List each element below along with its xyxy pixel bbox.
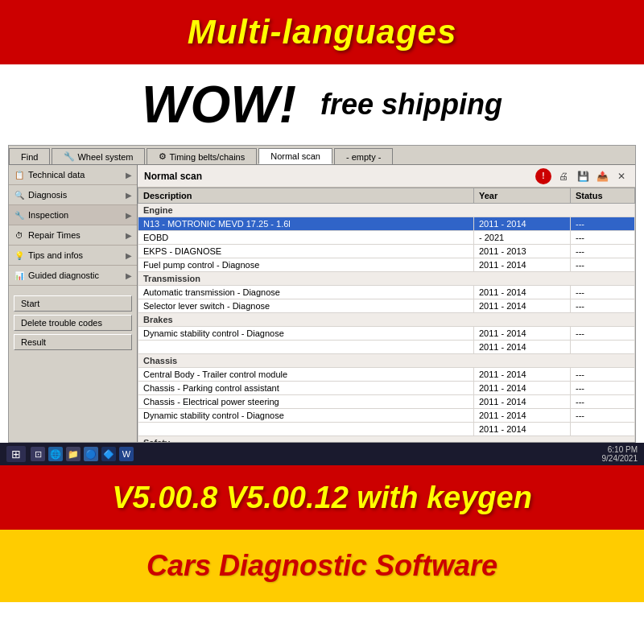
diagnostic-table: Description Year Status EngineN13 - MOTR…: [138, 188, 635, 442]
main-content: 📋 Technical data ▶ 🔍 Diagnosis ▶ 🔧 Inspe…: [9, 165, 635, 442]
sidebar-divider: [9, 286, 137, 292]
tab-normal-scan[interactable]: Normal scan: [258, 148, 332, 164]
repair-times-icon: ⏱: [14, 229, 25, 241]
top-banner-text: Multi-languages: [188, 13, 457, 52]
sidebar-item-inspection-label: Inspection: [28, 210, 68, 220]
free-shipping-text: free shipping: [320, 88, 502, 122]
table-row[interactable]: Chassis - Parking control assistant2011 …: [138, 382, 635, 395]
wow-text: WOW!: [142, 75, 296, 134]
sidebar-item-diagnosis-label: Diagnosis: [28, 190, 67, 200]
tab-wheel[interactable]: 🔧Wheel system: [52, 148, 145, 164]
guided-icon: 📊: [14, 270, 25, 281]
panel-header: Normal scan ! 🖨 💾 📤 ✕: [138, 165, 635, 188]
taskbar-icons: ⊡ 🌐 📁 🔵 🔷 W: [31, 447, 134, 461]
table-row[interactable]: Selector lever switch - Diagnose2011 - 2…: [138, 299, 635, 313]
tab-find[interactable]: Find: [9, 148, 50, 164]
close-icon[interactable]: ✕: [614, 169, 629, 184]
tips-icon: 💡: [14, 250, 25, 261]
tab-timing[interactable]: ⚙Timing belts/chains: [147, 148, 257, 164]
print-icon[interactable]: 🖨: [556, 169, 571, 184]
right-panel: Normal scan ! 🖨 💾 📤 ✕ Description Year S: [138, 165, 635, 442]
sidebar-item-technical-data-label: Technical data: [28, 170, 85, 180]
table-row[interactable]: Safety: [138, 436, 635, 443]
start-menu-button[interactable]: ⊞: [6, 446, 26, 462]
sidebar-item-inspection[interactable]: 🔧 Inspection ▶: [9, 205, 137, 225]
taskbar-clock: 6:10 PM 9/24/2021: [602, 445, 638, 463]
table-row[interactable]: Chassis - Electrical power steering2011 …: [138, 395, 635, 409]
col-description: Description: [138, 188, 474, 204]
table-row[interactable]: 2011 - 2014: [138, 341, 635, 354]
table-row[interactable]: Chassis: [138, 354, 635, 368]
taskbar-icon-6[interactable]: W: [119, 447, 134, 461]
sidebar-item-diagnosis[interactable]: 🔍 Diagnosis ▶: [9, 185, 137, 205]
chevron-right-icon5: ▶: [126, 251, 132, 260]
delete-trouble-codes-button[interactable]: Delete trouble codes: [14, 315, 132, 331]
chevron-right-icon6: ▶: [126, 271, 132, 280]
taskbar-date: 9/24/2021: [602, 454, 638, 463]
col-status: Status: [571, 188, 635, 204]
sidebar-item-tips-label: Tips and infos: [28, 250, 83, 260]
sidebar-item-guided-label: Guided diagnostic: [28, 270, 99, 280]
tabs-row: Find 🔧Wheel system ⚙Timing belts/chains …: [9, 146, 635, 165]
sidebar-item-repair-times-label: Repair Times: [28, 230, 80, 240]
taskbar-icon-1[interactable]: ⊡: [31, 447, 45, 461]
bottom-red-text: V5.00.8 V5.00.12 with keygen: [112, 481, 532, 515]
taskbar-icon-3[interactable]: 📁: [66, 447, 80, 461]
diagnosis-icon: 🔍: [14, 189, 25, 200]
table-row[interactable]: Automatic transmission - Diagnose2011 - …: [138, 286, 635, 299]
chevron-right-icon2: ▶: [126, 191, 132, 200]
table-row[interactable]: EKPS - DIAGNOSE2011 - 2013---: [138, 245, 635, 258]
chevron-right-icon: ▶: [126, 171, 132, 180]
sidebar-item-technical-data[interactable]: 📋 Technical data ▶: [9, 165, 137, 185]
table-row[interactable]: Central Body - Trailer control module201…: [138, 368, 635, 382]
table-row[interactable]: Dynamic stability control - Diagnose2011…: [138, 327, 635, 341]
table-row[interactable]: Transmission: [138, 272, 635, 286]
result-button[interactable]: Result: [14, 334, 132, 350]
software-area: Find 🔧Wheel system ⚙Timing belts/chains …: [8, 145, 636, 443]
taskbar-icon-4[interactable]: 🔵: [84, 447, 98, 461]
start-button[interactable]: Start: [14, 295, 132, 312]
sidebar-item-tips[interactable]: 💡 Tips and infos ▶: [9, 246, 137, 266]
sidebar-item-guided[interactable]: 📊 Guided diagnostic ▶: [9, 266, 137, 286]
taskbar-time: 6:10 PM: [608, 445, 638, 454]
table-row[interactable]: Engine: [138, 204, 635, 217]
taskbar: ⊞ ⊡ 🌐 📁 🔵 🔷 W 6:10 PM 9/24/2021: [0, 443, 644, 465]
taskbar-icon-5[interactable]: 🔷: [101, 447, 116, 461]
bottom-yellow-banner: Cars Diagnostic Software: [0, 530, 644, 602]
table-row[interactable]: Dynamic stability control - Diagnose2011…: [138, 409, 635, 423]
panel-title: Normal scan: [144, 171, 202, 182]
table-row[interactable]: 2011 - 2014: [138, 423, 635, 436]
sidebar: 📋 Technical data ▶ 🔍 Diagnosis ▶ 🔧 Inspe…: [9, 165, 138, 442]
bottom-red-banner: V5.00.8 V5.00.12 with keygen: [0, 465, 644, 530]
chevron-right-icon3: ▶: [126, 211, 132, 220]
top-banner: Multi-languages: [0, 0, 644, 64]
chevron-right-icon4: ▶: [126, 231, 132, 240]
save-icon[interactable]: 💾: [576, 169, 590, 184]
tab-empty[interactable]: - empty -: [334, 148, 393, 164]
table-row[interactable]: Fuel pump control - Diagnose2011 - 2014-…: [138, 258, 635, 272]
table-row[interactable]: N13 - MOTRONIC MEVD 17.25 - 1.6l2011 - 2…: [138, 217, 635, 231]
panel-icons: ! 🖨 💾 📤 ✕: [535, 168, 629, 184]
technical-data-icon: 📋: [14, 169, 25, 180]
col-year: Year: [474, 188, 571, 204]
table-row[interactable]: Brakes: [138, 313, 635, 327]
warning-icon[interactable]: !: [535, 168, 551, 184]
inspection-icon: 🔧: [14, 209, 25, 221]
wow-section: WOW! free shipping: [0, 64, 644, 145]
table-row[interactable]: EOBD- 2021---: [138, 231, 635, 245]
bottom-yellow-text: Cars Diagnostic Software: [147, 549, 497, 583]
taskbar-icon-2[interactable]: 🌐: [48, 447, 63, 461]
sidebar-item-repair-times[interactable]: ⏱ Repair Times ▶: [9, 225, 137, 246]
export-icon[interactable]: 📤: [595, 169, 609, 184]
